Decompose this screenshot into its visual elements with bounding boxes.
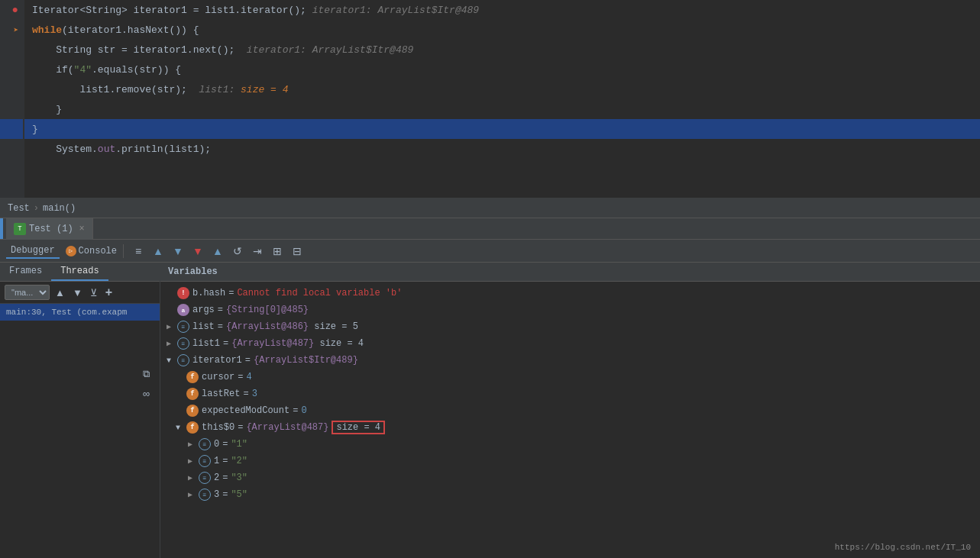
var-icon-lastret: f (186, 388, 199, 400)
var-icon-iterator1: ≡ (177, 354, 189, 366)
tab-threads[interactable]: Threads (51, 263, 108, 281)
expand-arrow-list: ▶ (167, 322, 177, 331)
breakpoint-icon: ● (12, 4, 18, 16)
watermark: https://blog.csdn.net/IT_10 (835, 543, 971, 552)
var-icon-cursor: f (186, 371, 199, 383)
copy-btn[interactable]: ⧉ (141, 366, 151, 382)
expand-arrow-3: ▶ (188, 490, 199, 499)
frame-down-btn[interactable]: ▼ (70, 287, 85, 298)
code-line-8: System.out.println(list1); (32, 144, 211, 155)
frame-add-btn[interactable]: + (103, 285, 115, 299)
variable-cursor[interactable]: f cursor = 4 (160, 369, 980, 385)
highlighted-size: size = 4 (332, 421, 385, 434)
code-line-3: String str = iterator1.next(); iterator1… (32, 44, 413, 56)
side-actions: ⧉ ∞ (141, 366, 151, 401)
var-icon-error: ! (177, 287, 189, 299)
variable-expectedmodcount[interactable]: f expectedModCount = 0 (160, 402, 980, 419)
variable-1[interactable]: ▶ ≡ 1 = "2" (160, 453, 980, 469)
var-icon-0: ≡ (199, 438, 211, 450)
toolbar-menu-btn[interactable]: ≡ (130, 243, 147, 260)
variable-lastret[interactable]: f lastRet = 3 (160, 385, 980, 402)
var-icon-list1: ≡ (177, 337, 189, 350)
toolbar-run-btn[interactable]: ▲ (209, 243, 226, 260)
debug-tab[interactable]: T Test (1) × (6, 218, 93, 240)
code-line-2: while(iterator1.hasNext()) { (32, 24, 199, 36)
variable-iterator1[interactable]: ▼ ≡ iterator1 = {ArrayList$Itr@489} (160, 352, 980, 369)
debug-tab-label: Test (1) (29, 224, 73, 234)
toolbar-separator-1 (123, 244, 124, 258)
toolbar-list-btn[interactable]: ⊟ (289, 243, 306, 260)
variables-panel: Variables ! b.hash = Cannot find local v… (160, 263, 980, 558)
breadcrumb: Test › main() (0, 198, 980, 218)
toolbar-step-out-btn[interactable]: ▼ (189, 243, 206, 260)
variable-args[interactable]: a args = {String[0]@485} (160, 302, 980, 318)
variable-3[interactable]: ▶ ≡ 3 = "5" (160, 486, 980, 503)
breadcrumb-method: main() (43, 203, 76, 214)
toolbar-step-into-btn[interactable]: ▼ (170, 243, 186, 260)
code-line-4: if("4".equals(str)) { (32, 64, 181, 76)
frame-filter-btn[interactable]: ⊻ (88, 287, 100, 298)
expand-arrow-this0: ▼ (176, 424, 186, 432)
panels-row: Frames Threads "ma... ▲ ▼ ⊻ + main:30, T… (0, 263, 980, 558)
panel-tabs: Frames Threads (0, 263, 160, 282)
var-icon-args: a (177, 304, 189, 316)
code-line-5: list1.remove(str); list1: size = 4 (32, 84, 288, 95)
console-label: Console (79, 246, 117, 256)
frame-item[interactable]: main:30, Test (com.exapm (0, 304, 160, 321)
var-icon-3: ≡ (199, 489, 211, 501)
console-btn[interactable]: ▷ Console (66, 246, 117, 256)
var-icon-this0: f (186, 421, 199, 434)
code-line-7: } (32, 124, 38, 135)
var-icon-1: ≡ (199, 455, 211, 467)
frame-up-btn[interactable]: ▲ (53, 287, 67, 298)
debug-tab-bar: T Test (1) × (0, 218, 980, 240)
variable-this0[interactable]: ▼ f this$0 = {ArrayList@487} size = 4 (160, 419, 980, 436)
variables-header: Variables (160, 263, 980, 282)
variable-2[interactable]: ▶ ≡ 2 = "3" (160, 469, 980, 486)
variable-b-hash[interactable]: ! b.hash = Cannot find local variable 'b… (160, 285, 980, 302)
var-icon-list: ≡ (177, 321, 189, 333)
toolbar-grid-btn[interactable]: ⊞ (269, 243, 286, 260)
var-icon-2: ≡ (199, 472, 211, 484)
code-editor: ● Iterator<String> iterator1 = list1.ite… (0, 0, 980, 198)
variable-list1[interactable]: ▶ ≡ list1 = {ArrayList@487} size = 4 (160, 335, 980, 352)
toolbar-breakpoints-btn[interactable]: ⇥ (249, 243, 266, 260)
breadcrumb-class: Test (8, 203, 30, 214)
expand-arrow-list1: ▶ (167, 339, 177, 348)
expand-arrow-0: ▶ (188, 440, 199, 449)
frames-toolbar: "ma... ▲ ▼ ⊻ + (0, 282, 160, 304)
breadcrumb-sep: › (34, 203, 39, 214)
inspect-btn[interactable]: ∞ (141, 386, 151, 401)
variable-0[interactable]: ▶ ≡ 0 = "1" (160, 436, 980, 453)
left-panel: Frames Threads "ma... ▲ ▼ ⊻ + main:30, T… (0, 263, 160, 558)
variable-list[interactable]: ▶ ≡ list = {ArrayList@486} size = 5 (160, 318, 980, 335)
toolbar-step-over-btn[interactable]: ▲ (150, 243, 167, 260)
var-icon-expectedmodcount: f (186, 405, 199, 417)
expand-arrow-iterator1: ▼ (167, 356, 177, 365)
debugger-label[interactable]: Debugger (6, 244, 60, 259)
variable-list: ! b.hash = Cannot find local variable 'b… (160, 282, 980, 506)
tab-frames[interactable]: Frames (0, 263, 51, 281)
code-line-6: } (32, 104, 62, 115)
frame-select[interactable]: "ma... (5, 285, 50, 300)
code-line-1: Iterator<String> iterator1 = list1.itera… (32, 5, 479, 16)
toolbar-evaluate-btn[interactable]: ↺ (229, 243, 246, 260)
debug-toolbar: Debugger ▷ Console ≡ ▲ ▼ ▼ ▲ ↺ ⇥ ⊞ ⊟ (0, 240, 980, 263)
debug-tab-close[interactable]: × (79, 224, 85, 234)
expand-arrow-1: ▶ (188, 456, 199, 466)
debug-arrow-icon: ➤ (13, 25, 18, 35)
expand-arrow-2: ▶ (188, 473, 199, 482)
